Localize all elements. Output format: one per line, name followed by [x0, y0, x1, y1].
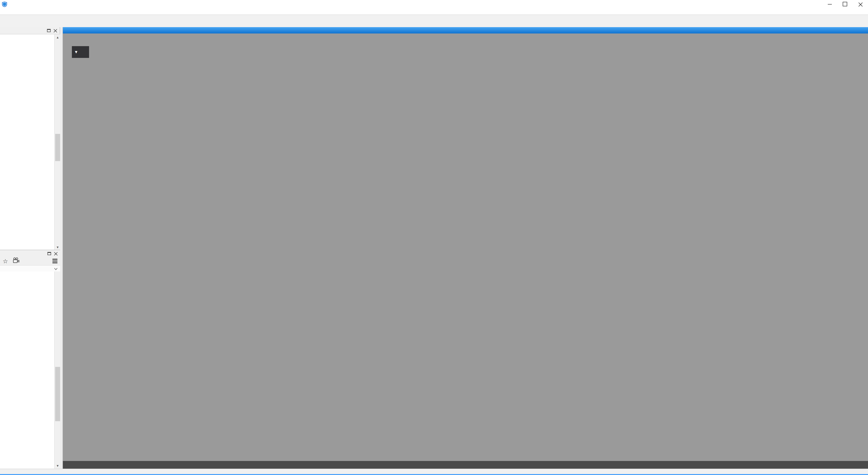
tree-scrollbar[interactable]: ▲ ▼ [54, 34, 60, 250]
triangle-down-icon: ▼ [74, 50, 78, 54]
float-panel-icon[interactable] [48, 252, 51, 255]
cadmium-shield-icon [2, 1, 7, 7]
viewport-status-bar [63, 461, 868, 469]
render-view-tab[interactable] [63, 27, 868, 33]
3d-viewport[interactable] [63, 33, 868, 469]
scroll-up-icon[interactable]: ▲ [55, 34, 60, 40]
scroll-down-icon[interactable]: ▼ [55, 244, 60, 250]
movie-camera-icon[interactable] [12, 257, 19, 265]
close-icon[interactable] [852, 0, 868, 8]
window-edge [0, 474, 868, 475]
render-area: ▼ [63, 27, 868, 469]
presentation-scroll-thumb[interactable] [55, 367, 60, 421]
presentation-panel: ☆ ▼ [0, 250, 60, 469]
toolbar [0, 14, 868, 28]
panel-splitter[interactable] [60, 27, 63, 469]
presentation-slide-list: ▼ [0, 271, 60, 469]
left-panel-column: ▲ ▼ ☆ [0, 27, 60, 469]
float-panel-icon[interactable] [47, 29, 51, 32]
maximize-icon[interactable] [837, 0, 852, 8]
project-explorer-header[interactable] [0, 27, 60, 34]
menu-bar [0, 8, 868, 14]
minimize-icon[interactable] [822, 0, 837, 8]
project-explorer-tree: ▲ ▼ [0, 34, 60, 250]
help-overlay-toggle[interactable]: ▼ [72, 46, 89, 58]
presentation-header[interactable] [0, 250, 60, 257]
favorite-star-icon[interactable]: ☆ [3, 258, 8, 264]
application-status-bar [0, 469, 868, 474]
close-panel-icon[interactable] [53, 29, 57, 32]
window-controls [822, 0, 868, 8]
presentation-scrollbar[interactable]: ▼ [54, 271, 60, 469]
screenshot-stage: ▲ ▼ ☆ [0, 0, 868, 475]
chevron-down-icon [54, 267, 58, 271]
presentation-toolbar: ☆ [0, 257, 60, 266]
scroll-down-icon[interactable]: ▼ [55, 463, 60, 469]
title-bar[interactable] [0, 0, 868, 8]
app-window: ▲ ▼ ☆ [0, 0, 868, 475]
menu-icon[interactable] [53, 259, 57, 263]
close-panel-icon[interactable] [54, 252, 57, 256]
tree-scroll-thumb[interactable] [55, 134, 60, 161]
